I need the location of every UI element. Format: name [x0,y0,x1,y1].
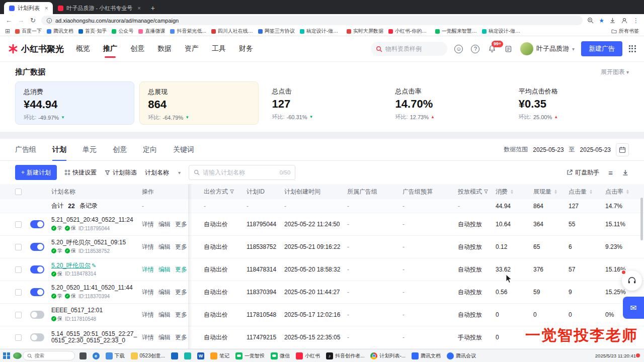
account-menu[interactable]: 叶子品质游 ▾ [520,42,575,55]
action-more[interactable]: 更多 [175,265,187,274]
taskbar-douyin[interactable]: ♪抖音创作者... [325,350,366,361]
taskbar-app-blue[interactable] [170,350,180,361]
message-button[interactable]: ✉ [623,297,644,319]
edit-name-icon[interactable]: ✎ [92,262,96,268]
bookmark-item[interactable]: 首页·知乎 [78,28,107,35]
taskbar-word[interactable]: W [196,350,206,361]
sort-icons[interactable]: ▲▼ [554,189,557,195]
taskbar-tencent-meeting[interactable]: 腾讯会议 [445,350,477,361]
action-detail[interactable]: 详情 [142,243,154,251]
action-more[interactable]: 更多 [175,288,187,297]
plan-toggle[interactable] [30,265,44,274]
col-cost[interactable]: 消费▲▼ [496,188,533,196]
bookmark-item[interactable]: 直播微课 [138,28,165,35]
browser-menu-icon[interactable]: ⋮ [633,17,639,24]
bookmark-item[interactable]: 抖音紫光低... [170,28,206,35]
row-checkbox[interactable] [15,334,22,341]
action-edit[interactable]: 编辑 [158,311,171,319]
plan-search-box[interactable]: 0/50 [189,165,295,180]
row-checkbox[interactable] [15,266,22,273]
calendar-button[interactable] [616,143,629,156]
plan-name[interactable]: 5.20_0520_11:41_0520_11:44 [51,285,138,291]
tab-unit[interactable]: 单元 [83,139,97,160]
plan-name[interactable]: 5.20_呼伦贝尔_0521_09:15 [51,239,138,246]
forward-icon[interactable]: → [17,17,25,24]
bookmark-item[interactable]: 网签三方协议 [258,28,295,35]
monitor-assistant-button[interactable]: 盯盘助手 [567,168,599,177]
plan-name[interactable]: 5.20_呼伦贝尔 [51,262,91,269]
col-delivery-mode[interactable]: 投放模式 [458,188,496,196]
plan-toggle[interactable] [30,288,44,296]
customer-service-button[interactable] [622,270,642,291]
notification-bell-icon[interactable]: 99+ [487,44,497,54]
plan-filter-button[interactable]: 计划筛选 [105,168,137,177]
bookmark-item[interactable]: 四川人社在线公共... [211,28,253,35]
back-icon[interactable]: ← [5,17,13,24]
header-search-input[interactable] [385,45,440,52]
new-plan-button[interactable]: + 新建计划 [15,165,57,180]
bookmark-item[interactable]: 实时大屏数据 [347,28,383,35]
nav-promotion[interactable]: 推广 [103,44,117,53]
col-bid-type[interactable]: 出价方式 [204,188,247,196]
col-impressions[interactable]: 展现量▲▼ [533,188,569,196]
stat-card-clicks[interactable]: 总点击 127 环比:-60.31%▼ [264,81,382,125]
plan-search-input[interactable] [203,169,277,176]
nav-tools[interactable]: 工具 [212,44,226,53]
help-icon[interactable]: ? [470,44,480,54]
emoji-icon[interactable]: ☺ [454,44,464,54]
action-detail[interactable]: 详情 [142,311,154,319]
new-tab-button[interactable]: + [151,4,155,12]
taskbar-folder-0523[interactable]: 0523创意... [129,350,167,361]
row-checkbox[interactable] [15,312,22,318]
taskbar-search[interactable]: 搜索 [23,351,75,360]
col-clicks[interactable]: 点击量▲▼ [569,188,605,196]
taskbar-edge[interactable]: e [91,350,101,361]
quick-settings-button[interactable]: 快捷设置 [65,168,97,177]
taskbar-app-teal[interactable] [183,350,193,361]
zoom-icon[interactable] [587,17,594,24]
tab-ad-group[interactable]: 广告组 [15,139,36,160]
plan-name-select[interactable]: 计划名称 ▾ [145,168,181,177]
action-more[interactable]: 更多 [175,311,187,319]
row-checkbox[interactable] [15,244,22,250]
stat-card-cost[interactable]: 总消费 ¥44.94 环比:-49.97%▼ [15,81,134,125]
tab-close-icon[interactable]: × [137,5,140,11]
taskbar-xiaohongshu[interactable]: 小红书 [294,350,321,361]
plan-toggle[interactable] [30,220,44,228]
plan-toggle[interactable] [30,333,44,341]
download-icon[interactable] [609,17,616,24]
vertical-scrollbar[interactable] [640,198,643,240]
plan-name[interactable]: 5.21_0521_20:43_0522_11:24 [51,217,138,223]
taskbar-wechat[interactable]: 微信 [269,350,291,361]
nav-data[interactable]: 数据 [157,44,172,53]
action-edit[interactable]: 编辑 [158,288,171,297]
browser-tab-campaign-list[interactable]: 计划列表 × [4,2,53,14]
taskbar-notes[interactable]: 笔记 [209,350,231,361]
plan-toggle[interactable] [30,311,44,319]
bookmark-item[interactable]: 腾讯文档 [47,28,73,35]
tab-close-icon[interactable]: × [45,5,48,11]
report-icon[interactable] [504,44,514,54]
nav-assets[interactable]: 资产 [185,44,199,53]
new-ad-button[interactable]: 新建广告 [581,41,622,56]
col-ctr[interactable]: 点击率▲▼ [605,188,644,196]
date-end[interactable]: 2025-05-23 [580,146,611,153]
row-checkbox[interactable] [15,221,22,228]
taskbar-chrome-window[interactable]: 计划列表-... [369,350,407,361]
nav-creative[interactable]: 创意 [130,44,144,53]
plan-name[interactable]: 5.14_0515_20:51_0515_22:27_0515_22:30_05… [51,331,138,344]
header-search[interactable] [371,42,447,56]
column-settings-icon[interactable]: ≡ [608,168,613,177]
action-detail[interactable]: 详情 [142,220,154,229]
action-edit[interactable]: 编辑 [158,220,171,229]
action-detail[interactable]: 详情 [142,265,154,274]
expand-chart-button[interactable]: 展开图表▾ [601,68,629,76]
apps-icon[interactable]: ⊞ [5,28,10,35]
sort-icons[interactable]: ▲▼ [510,189,514,195]
tab-creative[interactable]: 创意 [113,139,127,160]
taskbar-downloads[interactable]: 下载 [104,350,126,361]
action-edit[interactable]: 编辑 [158,243,171,251]
taskbar-task-view[interactable] [78,350,88,361]
action-edit[interactable]: 编辑 [158,333,171,342]
taskbar-tencent-docs[interactable]: 腾讯文档 [410,350,442,361]
